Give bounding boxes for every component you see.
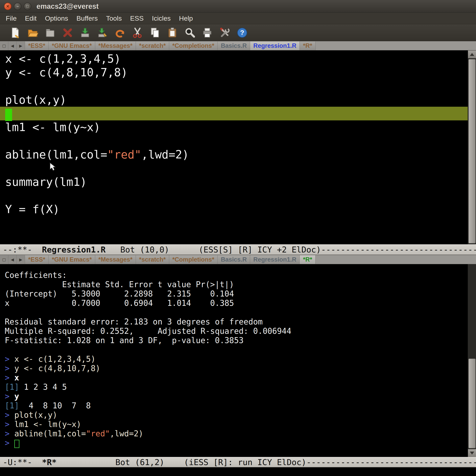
toolbar-cut-button[interactable] [131,26,144,39]
buffer-tab-scratch[interactable]: *scratch* [136,41,169,50]
menubar: File Edit Options Buffers Tools ESS Icic… [0,13,476,24]
buffer-tab-ess[interactable]: *ESS* [25,41,49,50]
current-line-highlight [0,107,468,120]
toolbar-save-as-button[interactable] [96,26,109,39]
modeline-console: -U:**- *R* Bot (61,2) (iESS [R]: run ICY… [0,457,476,467]
menu-item-tools[interactable]: Tools [102,15,126,22]
scroll-down-button[interactable] [468,449,476,457]
text-segment: [1] [5,382,19,391]
text-segment: > [5,364,14,373]
text-segment: > [5,429,14,438]
window-minimize-button[interactable]: – [14,2,21,10]
console-scrollbar[interactable] [468,264,476,457]
buffer-tab-messages[interactable]: *Messages* [95,41,136,50]
tab-list-button[interactable]: ▢ [0,255,8,264]
window-titlebar: ✕ – □ emacs23@everest [0,0,476,13]
text-line: [1] 1 2 3 4 5 [5,382,468,392]
r-console-window[interactable]: Coefficients: Estimate Std. Error t valu… [0,264,476,457]
text-segment: 4 8 10 7 8 [19,401,91,410]
editor-text-area[interactable]: x <- c(1,2,3,4,5)y <- c(4,8,10,7,8)plot(… [0,50,468,244]
menu-item-icicles[interactable]: Icicles [148,15,175,22]
window-maximize-button[interactable]: □ [24,2,31,10]
toolbar-open-file-button[interactable] [26,26,39,39]
search-icon [184,27,196,39]
console-text-area[interactable]: Coefficients: Estimate Std. Error t valu… [0,264,468,457]
menu-item-ess[interactable]: ESS [126,15,148,22]
modeline-buffer-name: *R* [42,458,56,467]
text-line: F-statistic: 1.028 on 1 and 3 DF, p-valu… [5,336,468,345]
toolbar-new-file-button[interactable] [9,26,22,39]
toolbar-save-button[interactable] [79,26,91,39]
text-segment: 1 2 3 4 5 [19,382,67,391]
tab-scroll-left-button[interactable]: ◀ [8,41,17,50]
buffer-tab-messages[interactable]: *Messages* [95,255,136,264]
text-segment: x 0.7000 0.6904 1.014 0.385 [5,299,234,308]
toolbar-print-button[interactable] [201,26,214,39]
editor-scrollbar[interactable] [468,50,476,244]
undo-icon [114,27,126,39]
buffer-tabbar-top: ▢ ◀ ▶ *ESS**GNU Emacs**Messages**scratch… [0,41,476,50]
dired-folder-icon [44,27,56,39]
text-segment: "red" [107,148,141,161]
toolbar-preferences-button[interactable] [218,26,231,39]
buffer-tab-ess[interactable]: *ESS* [25,255,49,264]
text-segment: > [5,410,14,420]
tools-icon [219,27,231,39]
toolbar-paste-button[interactable] [166,26,179,39]
buffer-tab-scratch[interactable]: *scratch* [136,255,169,264]
buffer-tab-regression1.r[interactable]: Regression1.R [250,255,300,264]
toolbar-dired-button[interactable] [44,26,56,39]
menu-item-buffers[interactable]: Buffers [72,15,102,22]
text-line: lm1 <- lm(y~x) [5,120,468,134]
menu-item-help[interactable]: Help [175,15,197,22]
text-line: Residual standard error: 2.183 on 3 degr… [5,317,468,326]
menu-item-file[interactable]: File [1,15,21,22]
text-segment: > [5,420,14,429]
buffer-tab-regression1.r[interactable]: Regression1.R [250,41,300,50]
text-segment: abline(lm1,col= [5,148,107,161]
buffer-tab-gnu-emacs[interactable]: *GNU Emacs* [49,41,95,50]
buffer-tab-gnu-emacs[interactable]: *GNU Emacs* [49,255,95,264]
tab-list-button[interactable]: ▢ [0,41,8,50]
text-segment: x <- c(1,2,3,4,5) [14,355,95,364]
copy-icon [149,27,161,39]
buffer-tab-r[interactable]: *R* [300,41,316,50]
scissors-icon [132,27,143,39]
close-x-icon [62,27,74,39]
toolbar-undo-button[interactable] [114,26,126,39]
text-segment: > [5,373,14,382]
new-file-icon [9,27,21,39]
buffer-tab-completions[interactable]: *Completions* [169,41,218,50]
editor-window[interactable]: x <- c(1,2,3,4,5)y <- c(4,8,10,7,8)plot(… [0,50,476,244]
toolbar-search-button[interactable] [184,26,196,39]
buffer-tab-basics.r[interactable]: Basics.R [218,255,250,264]
modeline-flags: --:**- [3,245,42,255]
modeline-buffer-name: Regression1.R [42,245,105,255]
scroll-up-button[interactable] [468,50,476,58]
text-line: > x [5,373,468,382]
toolbar-help-button[interactable]: ? [236,26,249,39]
console-scrollbar-thumb[interactable] [468,358,476,448]
buffer-tab-completions[interactable]: *Completions* [169,255,218,264]
text-segment: F-statistic: 1.028 on 1 and 3 DF, p-valu… [5,336,244,345]
tab-scroll-right-button[interactable]: ▶ [17,255,25,264]
buffer-tab-r[interactable]: *R* [300,255,316,264]
toolbar-copy-button[interactable] [149,26,161,39]
tab-scroll-right-button[interactable]: ▶ [17,41,25,50]
buffer-tabbar-bottom: ▢ ◀ ▶ *ESS**GNU Emacs**Messages**scratch… [0,255,476,264]
text-segment: > [5,355,14,364]
text-segment: plot(x,y) [5,93,67,106]
buffer-tab-basics.r[interactable]: Basics.R [218,41,250,50]
text-line: > lm1 <- lm(y~x) [5,420,468,429]
text-segment: summary(lm1) [5,175,87,188]
minibuffer[interactable] [0,467,476,476]
text-segment: > [5,438,14,447]
window-close-button[interactable]: ✕ [4,2,12,10]
up-arrow-icon [470,53,474,56]
text-line: summary(lm1) [5,175,468,189]
menu-item-edit[interactable]: Edit [21,15,41,22]
tab-scroll-left-button[interactable]: ◀ [8,255,17,264]
editor-scrollbar-thumb[interactable] [468,59,476,243]
menu-item-options[interactable]: Options [41,15,72,22]
toolbar-kill-buffer-button[interactable] [61,26,74,39]
